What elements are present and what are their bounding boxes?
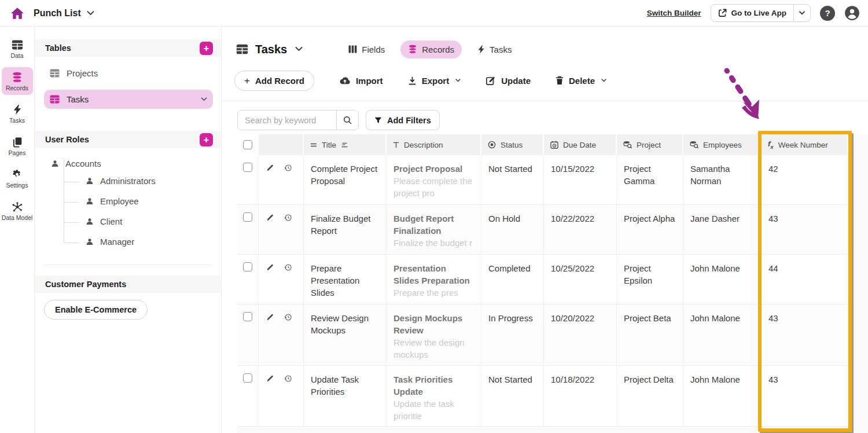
select-all-checkbox[interactable]	[243, 140, 252, 149]
cell-description[interactable]: Design Mockups Review Review the design …	[387, 304, 481, 366]
cell-due-date[interactable]: 10/25/2022	[544, 255, 617, 304]
go-to-live-app-dropdown[interactable]	[793, 5, 810, 21]
rail-item-tasks[interactable]: Tasks	[2, 100, 33, 127]
help-button[interactable]: ?	[820, 6, 835, 21]
rail-item-settings[interactable]: Settings	[2, 164, 33, 192]
cell-status[interactable]: In Progress	[481, 304, 544, 366]
cell-due-date[interactable]: 10/15/2022	[544, 155, 617, 205]
history-icon[interactable]	[284, 375, 292, 426]
row-select-cell	[237, 304, 259, 366]
cell-description[interactable]: Task Priorities Update Update the task p…	[387, 366, 481, 427]
column-header-project[interactable]: Project	[617, 134, 683, 155]
cell-title[interactable]: Finalize Budget Report	[304, 205, 387, 255]
delete-button[interactable]: Delete	[556, 76, 606, 86]
home-icon[interactable]	[10, 7, 24, 20]
tab-label: Tasks	[490, 45, 512, 54]
cell-project[interactable]: Project Epsilon	[617, 255, 683, 304]
cell-week-number[interactable]: 42	[762, 155, 848, 205]
export-button[interactable]: Export	[408, 76, 461, 86]
row-checkbox[interactable]	[243, 262, 252, 271]
rail-item-records[interactable]: Records	[2, 67, 33, 95]
entity-chevron-icon[interactable]	[295, 47, 303, 52]
history-icon[interactable]	[284, 164, 292, 204]
switch-builder-link[interactable]: Switch Builder	[647, 9, 701, 17]
sidebar-item-tasks[interactable]: Tasks	[44, 90, 213, 109]
cell-title[interactable]: Prepare Presentation Slides	[304, 255, 387, 304]
cell-status[interactable]: Completed	[481, 255, 544, 304]
column-header-due-date[interactable]: Due Date	[544, 134, 617, 155]
cell-employees[interactable]: John Malone	[683, 255, 762, 304]
cell-status[interactable]: Not Started	[481, 366, 544, 427]
cell-project[interactable]: Project Beta	[617, 304, 683, 366]
column-header-title[interactable]: Title	[304, 134, 387, 155]
cell-title[interactable]: Review Design Mockups	[304, 304, 387, 366]
column-header-description[interactable]: Description	[387, 134, 481, 155]
rail-item-pages[interactable]: Pages	[2, 132, 33, 160]
enable-ecommerce-button[interactable]: Enable E-Commerce	[44, 300, 148, 320]
tab-tasks[interactable]: Tasks	[470, 41, 519, 58]
pages-icon	[11, 136, 24, 148]
cell-status[interactable]: On Hold	[481, 205, 544, 255]
import-button[interactable]: Import	[339, 76, 383, 86]
add-filters-button[interactable]: Add Filters	[366, 110, 440, 130]
app-switcher-chevron-icon[interactable]	[87, 11, 94, 16]
row-checkbox[interactable]	[243, 212, 252, 222]
data-table-icon	[11, 39, 24, 50]
cell-title[interactable]: Complete Project Proposal	[304, 155, 387, 205]
cell-description[interactable]: Project Proposal Please complete the pro…	[387, 155, 481, 205]
edit-row-icon[interactable]	[266, 164, 274, 204]
cell-employees[interactable]: John Malone	[683, 304, 762, 366]
role-client[interactable]: Client	[86, 211, 221, 232]
cell-week-number[interactable]: 43	[762, 205, 848, 255]
history-icon[interactable]	[284, 263, 292, 304]
role-manager[interactable]: Manager	[86, 232, 221, 252]
edit-row-icon[interactable]	[266, 313, 274, 365]
cell-project[interactable]: Project Gamma	[617, 155, 683, 205]
rail-item-data-model[interactable]: Data Model	[2, 197, 33, 225]
add-table-button[interactable]: +	[200, 42, 213, 55]
user-avatar-button[interactable]	[844, 5, 860, 21]
search-input[interactable]	[238, 111, 336, 130]
column-header-week-number[interactable]: fx Week Number	[762, 134, 848, 155]
rail-item-data[interactable]: Data	[2, 35, 33, 63]
relationship-icon	[690, 141, 698, 149]
cell-status[interactable]: Not Started	[481, 155, 544, 205]
row-checkbox[interactable]	[243, 373, 252, 383]
column-header-employees[interactable]: Employees	[683, 134, 762, 155]
cell-employees[interactable]: Jane Dasher	[683, 205, 762, 255]
go-to-live-app-button[interactable]: Go to Live App	[711, 5, 794, 21]
tab-records[interactable]: Records	[400, 41, 462, 58]
edit-row-icon[interactable]	[266, 375, 274, 426]
go-to-live-app-label: Go to Live App	[731, 9, 787, 17]
row-checkbox[interactable]	[243, 163, 252, 172]
cell-week-number[interactable]: 43	[762, 304, 848, 366]
add-record-button[interactable]: + Add Record	[234, 71, 314, 91]
download-icon	[408, 76, 417, 85]
cell-due-date[interactable]: 10/20/2022	[544, 304, 617, 366]
role-employee[interactable]: Employee	[86, 191, 221, 211]
history-icon[interactable]	[284, 214, 292, 254]
add-user-role-button[interactable]: +	[200, 133, 213, 146]
search-icon[interactable]	[336, 111, 358, 130]
cell-project[interactable]: Project Delta	[617, 366, 683, 427]
edit-row-icon[interactable]	[266, 263, 274, 304]
cell-employees[interactable]: John Malone	[683, 366, 762, 427]
tab-fields[interactable]: Fields	[341, 41, 392, 58]
cell-description[interactable]: Presentation Slides Preparation Prepare …	[387, 255, 481, 304]
column-header-status[interactable]: Status	[481, 134, 544, 155]
cell-description[interactable]: Budget Report Finalization Finalize the …	[387, 205, 481, 255]
cell-project[interactable]: Project Alpha	[617, 205, 683, 255]
row-checkbox[interactable]	[243, 312, 252, 321]
cell-week-number[interactable]: 44	[762, 255, 848, 304]
cell-title[interactable]: Update Task Priorities	[304, 366, 387, 427]
cell-due-date[interactable]: 10/18/2022	[544, 366, 617, 427]
update-button[interactable]: Update	[486, 76, 531, 86]
cell-employees[interactable]: Samantha Norman	[683, 155, 762, 205]
edit-row-icon[interactable]	[266, 214, 274, 254]
chevron-down-icon[interactable]	[201, 97, 207, 101]
sidebar-item-projects[interactable]: Projects	[44, 64, 213, 83]
cell-week-number[interactable]: 43	[762, 366, 848, 427]
cell-due-date[interactable]: 10/22/2022	[544, 205, 617, 255]
role-administrators[interactable]: Administrators	[86, 171, 221, 191]
history-icon[interactable]	[284, 313, 292, 365]
